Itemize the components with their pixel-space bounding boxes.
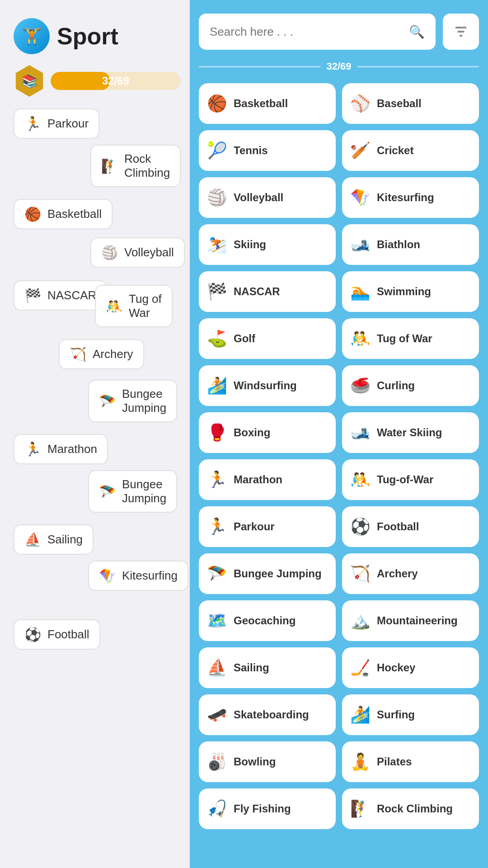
grid-item-archery[interactable]: 🏹Archery: [342, 553, 479, 594]
left-sport-archery[interactable]: 🏹 Archery: [59, 339, 144, 369]
cricket-emoji: 🏏: [350, 141, 371, 160]
geocaching-label: Geocaching: [234, 614, 296, 627]
left-sport-basketball[interactable]: 🏀 Basketball: [14, 199, 113, 229]
water-skiing-emoji: 🎿: [350, 423, 371, 442]
grid-item-hockey[interactable]: 🏒Hockey: [342, 647, 479, 688]
nascar-label: NASCAR: [47, 288, 96, 302]
bungee-jumping-label: BungeeJumping: [122, 387, 166, 415]
golf-emoji: ⛳: [207, 329, 227, 348]
kitesurfing-icon: 🪁: [99, 568, 116, 584]
grid-item-cricket[interactable]: 🏏Cricket: [342, 130, 479, 171]
grid-item-rock-climbing[interactable]: 🧗Rock Climbing: [342, 788, 479, 829]
grid-item-basketball[interactable]: 🏀Basketball: [199, 83, 336, 124]
left-sport-bungee-jumping[interactable]: 🪂 BungeeJumping: [88, 380, 177, 422]
grid-item-baseball[interactable]: ⚾Baseball: [342, 83, 479, 124]
bowling-label: Bowling: [234, 755, 276, 769]
left-sport-rock-climbing[interactable]: 🧗 RockClimbing: [90, 145, 181, 187]
rock-climbing-label: Rock Climbing: [377, 802, 453, 816]
sailing-icon: ⛵: [24, 532, 41, 547]
left-sport-football[interactable]: ⚽ Football: [14, 619, 100, 650]
grid-item-boxing[interactable]: 🥊Boxing: [199, 412, 336, 453]
skateboarding-emoji: 🛹: [207, 705, 227, 724]
left-sport-marathon[interactable]: 🏃 Marathon: [14, 434, 108, 464]
left-sport-volleyball[interactable]: 🏐 Volleyball: [90, 237, 185, 268]
progress-bar-fill: [51, 72, 110, 90]
bungee-jumping-icon: 🪂: [99, 393, 116, 409]
grid-item-marathon[interactable]: 🏃Marathon: [199, 459, 336, 500]
search-bar-row: 🔍: [199, 14, 479, 50]
boxing-label: Boxing: [234, 426, 270, 439]
pilates-emoji: 🧘: [350, 752, 371, 771]
grid-item-fly-fishing[interactable]: 🎣Fly Fishing: [199, 788, 336, 829]
kitesurfing-label: Kitesurfing: [122, 569, 178, 583]
grid-item-nascar[interactable]: 🏁NASCAR: [199, 271, 336, 312]
grid-item-volleyball[interactable]: 🏐Volleyball: [199, 177, 336, 218]
left-sport-sailing[interactable]: ⛵ Sailing: [14, 524, 94, 555]
tug-of-war-emoji: 🤼: [350, 329, 371, 348]
grid-item-kitesurfing[interactable]: 🪁Kitesurfing: [342, 177, 479, 218]
grid-item-tug-of-war2[interactable]: 🤼Tug-of-War: [342, 459, 479, 500]
geocaching-emoji: 🗺️: [207, 611, 227, 630]
grid-item-biathlon[interactable]: 🎿Biathlon: [342, 224, 479, 265]
filter-button[interactable]: [443, 14, 479, 50]
left-sport-bungee-jumping2[interactable]: 🪂 BungeeJumping: [88, 470, 177, 513]
rock-climbing-label: RockClimbing: [124, 152, 170, 180]
archery-icon: 🏹: [70, 346, 86, 362]
basketball-label: Basketball: [234, 97, 288, 110]
grid-item-curling[interactable]: 🥌Curling: [342, 365, 479, 406]
surfing-emoji: 🏄: [350, 705, 371, 724]
grid-item-tug-of-war[interactable]: 🤼Tug of War: [342, 318, 479, 359]
grid-item-parkour[interactable]: 🏃Parkour: [199, 506, 336, 547]
sports-grid: 🏀Basketball⚾Baseball🎾Tennis🏏Cricket🏐Voll…: [199, 83, 479, 829]
search-input[interactable]: [210, 25, 404, 39]
baseball-label: Baseball: [377, 97, 422, 110]
progress-text: 32/69: [102, 75, 129, 87]
search-input-container[interactable]: 🔍: [199, 14, 436, 50]
sailing-emoji: ⛵: [207, 658, 227, 677]
left-sport-tug-of-war[interactable]: 🤼 Tug ofWar: [95, 285, 173, 327]
skateboarding-label: Skateboarding: [234, 708, 309, 722]
sailing-label: Sailing: [47, 533, 83, 547]
left-sport-nascar[interactable]: 🏁 NASCAR: [14, 280, 107, 311]
grid-item-mountaineering[interactable]: 🏔️Mountaineering: [342, 600, 479, 641]
grid-item-tennis[interactable]: 🎾Tennis: [199, 130, 336, 171]
grid-item-water-skiing[interactable]: 🎿Water Skiing: [342, 412, 479, 453]
skiing-label: Skiing: [234, 238, 266, 251]
biathlon-emoji: 🎿: [350, 235, 371, 254]
bungee-jumping2-icon: 🪂: [99, 484, 116, 500]
left-sport-parkour[interactable]: 🏃 Parkour: [14, 108, 99, 139]
volleyball-label: Volleyball: [124, 245, 174, 259]
archery-label: Archery: [377, 567, 418, 580]
grid-item-windsurfing[interactable]: 🏄Windsurfing: [199, 365, 336, 406]
pilates-label: Pilates: [377, 755, 412, 769]
header-section: 🏋️ Sport: [14, 18, 181, 54]
basketball-emoji: 🏀: [207, 94, 227, 113]
left-sport-kitesurfing[interactable]: 🪁 Kitesurfing: [88, 561, 188, 591]
app-title: Sport: [57, 23, 118, 50]
tennis-label: Tennis: [234, 144, 268, 157]
grid-item-skateboarding[interactable]: 🛹Skateboarding: [199, 694, 336, 735]
nascar-label: NASCAR: [234, 285, 280, 298]
right-panel: 🔍 32/69 🏀Basketball⚾Baseball🎾Tennis🏏Cric…: [190, 0, 488, 868]
bungee-jumping2-label: BungeeJumping: [122, 477, 166, 505]
grid-item-surfing[interactable]: 🏄Surfing: [342, 694, 479, 735]
grid-item-pilates[interactable]: 🧘Pilates: [342, 741, 479, 782]
windsurfing-label: Windsurfing: [234, 379, 297, 392]
grid-item-skiing[interactable]: ⛷️Skiing: [199, 224, 336, 265]
archery-label: Archery: [93, 347, 133, 361]
marathon-icon: 🏃: [24, 441, 41, 457]
surfing-label: Surfing: [377, 708, 415, 722]
grid-item-golf[interactable]: ⛳Golf: [199, 318, 336, 359]
rock-climbing-icon: 🧗: [101, 158, 118, 174]
grid-item-bowling[interactable]: 🎳Bowling: [199, 741, 336, 782]
grid-item-swimming[interactable]: 🏊Swimming: [342, 271, 479, 312]
grid-item-sailing[interactable]: ⛵Sailing: [199, 647, 336, 688]
curling-label: Curling: [377, 379, 415, 392]
grid-item-bungee-jumping[interactable]: 🪂Bungee Jumping: [199, 553, 336, 594]
progress-section: 📚 32/69: [14, 65, 181, 97]
grid-item-geocaching[interactable]: 🗺️Geocaching: [199, 600, 336, 641]
bungee-jumping-emoji: 🪂: [207, 564, 227, 583]
grid-item-football[interactable]: ⚽Football: [342, 506, 479, 547]
app-icon: 🏋️: [14, 18, 50, 54]
nascar-icon: 🏁: [24, 288, 41, 303]
